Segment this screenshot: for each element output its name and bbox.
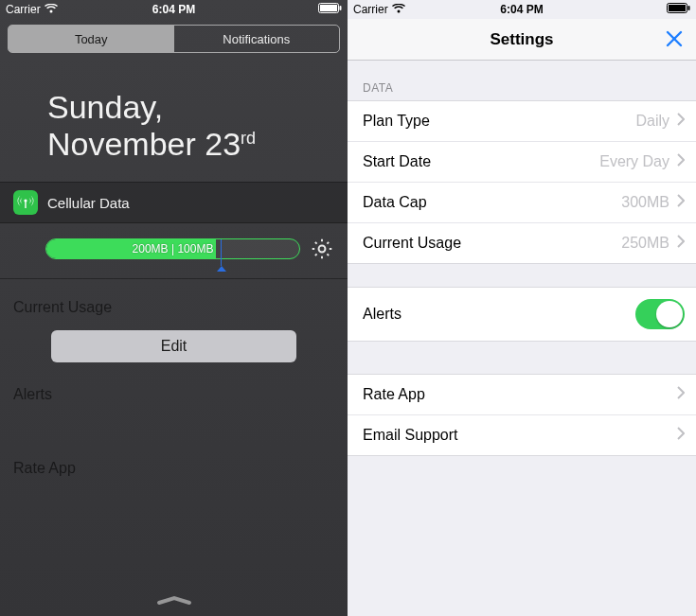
cellular-app-icon	[13, 190, 38, 215]
row-alerts: Alerts	[348, 288, 696, 341]
settings-nav-bar: Settings	[348, 19, 696, 61]
row-start-date[interactable]: Start Date Every Day	[348, 141, 696, 182]
section-header-data: DATA	[348, 61, 696, 100]
row-data-cap-label: Data Cap	[363, 194, 621, 211]
date-month-day: November 23	[47, 126, 241, 162]
dim-row-3: Rate App	[13, 446, 334, 491]
status-bar-left: Carrier 6:04 PM	[0, 0, 348, 19]
date-header: Sunday, November 23rd	[0, 62, 348, 182]
svg-point-5	[319, 246, 326, 253]
alerts-list: Alerts	[348, 287, 696, 342]
date-line-1: Sunday,	[47, 89, 336, 126]
settings-title: Settings	[490, 30, 553, 49]
dimmed-background-rows: Current Usage Edit Alerts Rate App	[0, 279, 348, 497]
chevron-right-icon	[677, 153, 685, 170]
segment-notifications-label: Notifications	[223, 32, 290, 46]
close-icon[interactable]	[664, 28, 685, 53]
pull-handle-icon[interactable]	[0, 595, 348, 607]
svg-rect-4	[25, 202, 26, 208]
status-bar-right: Carrier 6:04 PM	[348, 0, 696, 19]
row-current-usage[interactable]: Current Usage 250MB	[348, 222, 696, 263]
segment-today[interactable]: Today	[9, 26, 174, 52]
data-settings-list: Plan Type Daily Start Date Every Day Dat…	[348, 100, 696, 264]
row-email-support-label: Email Support	[363, 427, 677, 444]
chevron-right-icon	[677, 386, 685, 403]
row-rate-app-label: Rate App	[363, 386, 677, 403]
dim-row-1: Current Usage	[13, 285, 334, 330]
row-rate-app[interactable]: Rate App	[348, 375, 696, 414]
row-current-usage-value: 250MB	[621, 235, 669, 252]
segment-today-label: Today	[75, 32, 108, 46]
row-current-usage-label: Current Usage	[363, 235, 621, 252]
edit-button[interactable]: Edit	[51, 330, 296, 362]
row-plan-type-value: Daily	[635, 113, 669, 130]
chevron-right-icon	[677, 235, 685, 252]
chevron-right-icon	[677, 194, 685, 211]
date-line-2: November 23rd	[47, 126, 336, 163]
support-list: Rate App Email Support	[348, 374, 696, 456]
segment-notifications[interactable]: Notifications	[174, 26, 340, 52]
dim-row-2: Alerts	[13, 372, 334, 417]
date-ordinal: rd	[241, 129, 256, 148]
data-progress-bar: 200MB | 100MB	[45, 238, 300, 259]
clock-label: 6:04 PM	[0, 3, 348, 16]
today-view-screen: Carrier 6:04 PM Today Notifications Sund…	[0, 0, 348, 616]
progress-label: 200MB | 100MB	[46, 239, 299, 258]
row-data-cap-value: 300MB	[621, 194, 669, 211]
progress-marker	[221, 239, 222, 266]
today-notifications-segmented[interactable]: Today Notifications	[8, 25, 340, 53]
row-plan-type-label: Plan Type	[363, 113, 635, 130]
clock-label: 6:04 PM	[348, 3, 696, 16]
settings-screen: Carrier 6:04 PM Settings DATA Plan Type	[348, 0, 696, 616]
row-start-date-value: Every Day	[599, 153, 669, 170]
widget-title: Cellular Data	[47, 195, 130, 211]
row-alerts-label: Alerts	[363, 306, 635, 323]
alerts-toggle[interactable]	[635, 299, 685, 329]
chevron-right-icon	[677, 113, 685, 130]
row-plan-type[interactable]: Plan Type Daily	[348, 101, 696, 141]
widget-header: Cellular Data	[0, 182, 348, 223]
gear-icon[interactable]	[310, 237, 334, 261]
widget-body: 200MB | 100MB	[0, 223, 348, 279]
chevron-right-icon	[677, 427, 685, 444]
row-start-date-label: Start Date	[363, 153, 599, 170]
row-email-support[interactable]: Email Support	[348, 414, 696, 455]
row-data-cap[interactable]: Data Cap 300MB	[348, 182, 696, 222]
